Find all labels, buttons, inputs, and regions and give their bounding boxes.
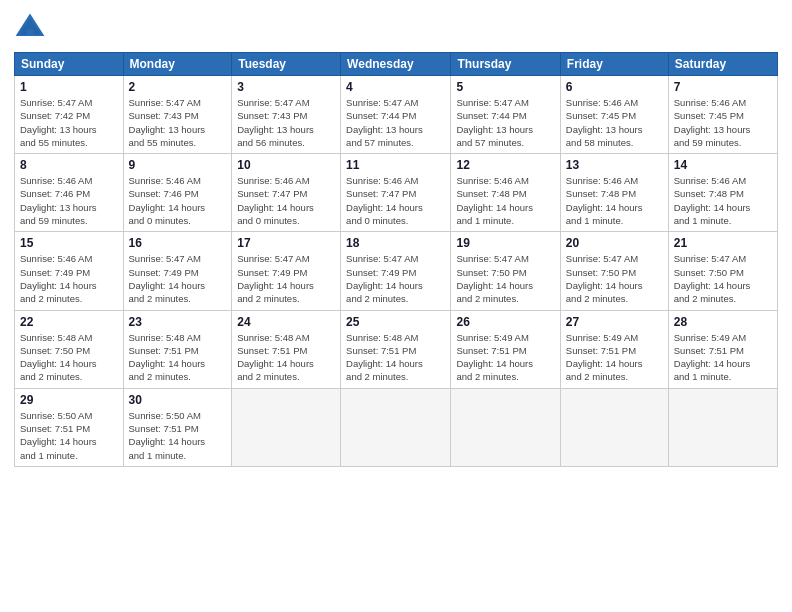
day-info: Sunrise: 5:47 AM Sunset: 7:44 PM Dayligh… xyxy=(456,96,554,149)
calendar-cell: 18Sunrise: 5:47 AM Sunset: 7:49 PM Dayli… xyxy=(341,232,451,310)
day-info: Sunrise: 5:46 AM Sunset: 7:47 PM Dayligh… xyxy=(237,174,335,227)
day-info: Sunrise: 5:47 AM Sunset: 7:43 PM Dayligh… xyxy=(129,96,227,149)
weekday-header-monday: Monday xyxy=(123,53,232,76)
calendar-cell: 9Sunrise: 5:46 AM Sunset: 7:46 PM Daylig… xyxy=(123,154,232,232)
week-row-0: 1Sunrise: 5:47 AM Sunset: 7:42 PM Daylig… xyxy=(15,76,778,154)
day-info: Sunrise: 5:46 AM Sunset: 7:49 PM Dayligh… xyxy=(20,252,118,305)
day-info: Sunrise: 5:47 AM Sunset: 7:42 PM Dayligh… xyxy=(20,96,118,149)
day-info: Sunrise: 5:46 AM Sunset: 7:47 PM Dayligh… xyxy=(346,174,445,227)
page: SundayMondayTuesdayWednesdayThursdayFrid… xyxy=(0,0,792,612)
day-number: 11 xyxy=(346,158,445,172)
day-info: Sunrise: 5:49 AM Sunset: 7:51 PM Dayligh… xyxy=(456,331,554,384)
day-info: Sunrise: 5:50 AM Sunset: 7:51 PM Dayligh… xyxy=(20,409,118,462)
day-number: 3 xyxy=(237,80,335,94)
calendar-cell: 14Sunrise: 5:46 AM Sunset: 7:48 PM Dayli… xyxy=(668,154,777,232)
calendar-cell: 20Sunrise: 5:47 AM Sunset: 7:50 PM Dayli… xyxy=(560,232,668,310)
logo xyxy=(14,12,50,44)
calendar-cell xyxy=(232,388,341,466)
day-info: Sunrise: 5:49 AM Sunset: 7:51 PM Dayligh… xyxy=(674,331,772,384)
day-number: 28 xyxy=(674,315,772,329)
day-info: Sunrise: 5:46 AM Sunset: 7:45 PM Dayligh… xyxy=(674,96,772,149)
day-info: Sunrise: 5:46 AM Sunset: 7:45 PM Dayligh… xyxy=(566,96,663,149)
day-number: 27 xyxy=(566,315,663,329)
calendar-cell: 30Sunrise: 5:50 AM Sunset: 7:51 PM Dayli… xyxy=(123,388,232,466)
calendar-cell: 29Sunrise: 5:50 AM Sunset: 7:51 PM Dayli… xyxy=(15,388,124,466)
calendar-cell: 19Sunrise: 5:47 AM Sunset: 7:50 PM Dayli… xyxy=(451,232,560,310)
calendar-cell xyxy=(341,388,451,466)
day-number: 15 xyxy=(20,236,118,250)
calendar-cell: 26Sunrise: 5:49 AM Sunset: 7:51 PM Dayli… xyxy=(451,310,560,388)
day-info: Sunrise: 5:48 AM Sunset: 7:51 PM Dayligh… xyxy=(129,331,227,384)
day-info: Sunrise: 5:47 AM Sunset: 7:50 PM Dayligh… xyxy=(566,252,663,305)
day-info: Sunrise: 5:48 AM Sunset: 7:50 PM Dayligh… xyxy=(20,331,118,384)
week-row-2: 15Sunrise: 5:46 AM Sunset: 7:49 PM Dayli… xyxy=(15,232,778,310)
svg-rect-2 xyxy=(27,30,33,36)
day-number: 29 xyxy=(20,393,118,407)
header xyxy=(14,12,778,44)
calendar-cell: 11Sunrise: 5:46 AM Sunset: 7:47 PM Dayli… xyxy=(341,154,451,232)
logo-icon xyxy=(14,12,46,44)
day-number: 1 xyxy=(20,80,118,94)
day-info: Sunrise: 5:47 AM Sunset: 7:49 PM Dayligh… xyxy=(129,252,227,305)
day-number: 2 xyxy=(129,80,227,94)
day-info: Sunrise: 5:46 AM Sunset: 7:48 PM Dayligh… xyxy=(566,174,663,227)
day-info: Sunrise: 5:47 AM Sunset: 7:50 PM Dayligh… xyxy=(674,252,772,305)
week-row-4: 29Sunrise: 5:50 AM Sunset: 7:51 PM Dayli… xyxy=(15,388,778,466)
day-number: 17 xyxy=(237,236,335,250)
day-number: 5 xyxy=(456,80,554,94)
day-info: Sunrise: 5:47 AM Sunset: 7:49 PM Dayligh… xyxy=(237,252,335,305)
day-info: Sunrise: 5:47 AM Sunset: 7:49 PM Dayligh… xyxy=(346,252,445,305)
day-number: 16 xyxy=(129,236,227,250)
day-number: 30 xyxy=(129,393,227,407)
calendar-cell: 16Sunrise: 5:47 AM Sunset: 7:49 PM Dayli… xyxy=(123,232,232,310)
calendar-cell xyxy=(560,388,668,466)
day-info: Sunrise: 5:48 AM Sunset: 7:51 PM Dayligh… xyxy=(346,331,445,384)
calendar-cell: 3Sunrise: 5:47 AM Sunset: 7:43 PM Daylig… xyxy=(232,76,341,154)
calendar-cell: 7Sunrise: 5:46 AM Sunset: 7:45 PM Daylig… xyxy=(668,76,777,154)
calendar-cell: 25Sunrise: 5:48 AM Sunset: 7:51 PM Dayli… xyxy=(341,310,451,388)
day-info: Sunrise: 5:46 AM Sunset: 7:48 PM Dayligh… xyxy=(674,174,772,227)
week-row-3: 22Sunrise: 5:48 AM Sunset: 7:50 PM Dayli… xyxy=(15,310,778,388)
day-number: 7 xyxy=(674,80,772,94)
day-number: 23 xyxy=(129,315,227,329)
calendar: SundayMondayTuesdayWednesdayThursdayFrid… xyxy=(14,52,778,467)
weekday-header-thursday: Thursday xyxy=(451,53,560,76)
calendar-cell: 6Sunrise: 5:46 AM Sunset: 7:45 PM Daylig… xyxy=(560,76,668,154)
weekday-header-saturday: Saturday xyxy=(668,53,777,76)
day-info: Sunrise: 5:46 AM Sunset: 7:46 PM Dayligh… xyxy=(20,174,118,227)
calendar-cell: 2Sunrise: 5:47 AM Sunset: 7:43 PM Daylig… xyxy=(123,76,232,154)
day-number: 19 xyxy=(456,236,554,250)
day-number: 14 xyxy=(674,158,772,172)
weekday-header-tuesday: Tuesday xyxy=(232,53,341,76)
day-info: Sunrise: 5:50 AM Sunset: 7:51 PM Dayligh… xyxy=(129,409,227,462)
day-number: 6 xyxy=(566,80,663,94)
day-number: 12 xyxy=(456,158,554,172)
calendar-cell: 4Sunrise: 5:47 AM Sunset: 7:44 PM Daylig… xyxy=(341,76,451,154)
day-number: 24 xyxy=(237,315,335,329)
day-number: 26 xyxy=(456,315,554,329)
calendar-cell: 15Sunrise: 5:46 AM Sunset: 7:49 PM Dayli… xyxy=(15,232,124,310)
day-info: Sunrise: 5:46 AM Sunset: 7:46 PM Dayligh… xyxy=(129,174,227,227)
calendar-cell: 28Sunrise: 5:49 AM Sunset: 7:51 PM Dayli… xyxy=(668,310,777,388)
day-number: 4 xyxy=(346,80,445,94)
calendar-cell: 13Sunrise: 5:46 AM Sunset: 7:48 PM Dayli… xyxy=(560,154,668,232)
day-info: Sunrise: 5:48 AM Sunset: 7:51 PM Dayligh… xyxy=(237,331,335,384)
calendar-cell: 10Sunrise: 5:46 AM Sunset: 7:47 PM Dayli… xyxy=(232,154,341,232)
weekday-header-wednesday: Wednesday xyxy=(341,53,451,76)
day-info: Sunrise: 5:47 AM Sunset: 7:50 PM Dayligh… xyxy=(456,252,554,305)
calendar-cell: 23Sunrise: 5:48 AM Sunset: 7:51 PM Dayli… xyxy=(123,310,232,388)
day-info: Sunrise: 5:47 AM Sunset: 7:44 PM Dayligh… xyxy=(346,96,445,149)
week-row-1: 8Sunrise: 5:46 AM Sunset: 7:46 PM Daylig… xyxy=(15,154,778,232)
day-number: 10 xyxy=(237,158,335,172)
day-number: 9 xyxy=(129,158,227,172)
calendar-cell: 17Sunrise: 5:47 AM Sunset: 7:49 PM Dayli… xyxy=(232,232,341,310)
calendar-cell: 21Sunrise: 5:47 AM Sunset: 7:50 PM Dayli… xyxy=(668,232,777,310)
day-number: 8 xyxy=(20,158,118,172)
weekday-header-sunday: Sunday xyxy=(15,53,124,76)
calendar-cell: 5Sunrise: 5:47 AM Sunset: 7:44 PM Daylig… xyxy=(451,76,560,154)
day-info: Sunrise: 5:46 AM Sunset: 7:48 PM Dayligh… xyxy=(456,174,554,227)
day-number: 21 xyxy=(674,236,772,250)
calendar-cell: 12Sunrise: 5:46 AM Sunset: 7:48 PM Dayli… xyxy=(451,154,560,232)
calendar-cell: 8Sunrise: 5:46 AM Sunset: 7:46 PM Daylig… xyxy=(15,154,124,232)
calendar-cell xyxy=(451,388,560,466)
